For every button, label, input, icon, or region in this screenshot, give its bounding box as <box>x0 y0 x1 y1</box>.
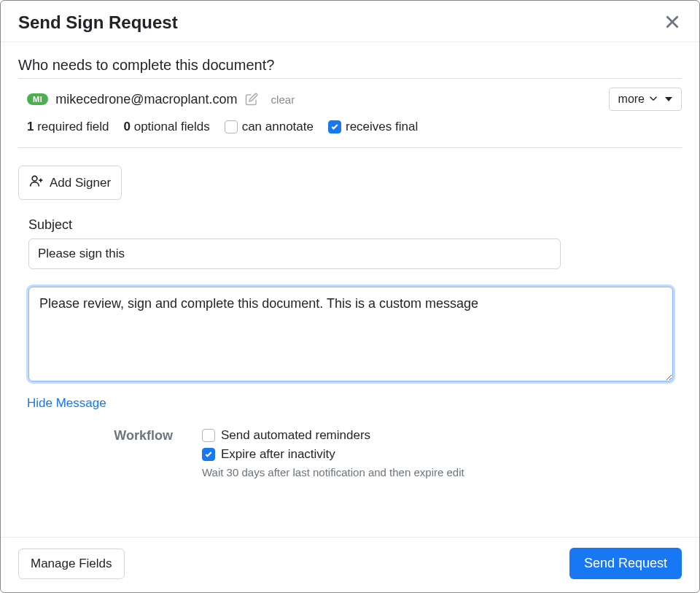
workflow-label: Workflow <box>27 428 173 443</box>
checkbox-unchecked-icon <box>202 429 215 442</box>
modal-footer: Manage Fields Send Request <box>1 537 699 592</box>
svg-point-0 <box>32 176 37 181</box>
reminders-checkbox[interactable]: Send automated reminders <box>202 428 464 443</box>
optional-count: 0 <box>123 120 130 133</box>
more-button[interactable]: more <box>609 88 682 111</box>
send-request-button[interactable]: Send Request <box>569 548 682 579</box>
message-textarea[interactable] <box>28 287 673 381</box>
modal-title: Send Sign Request <box>18 12 178 33</box>
recipients-heading: Who needs to complete this document? <box>18 57 682 79</box>
add-signer-button[interactable]: Add Signer <box>18 166 122 200</box>
workflow-options: Send automated reminders Expire after in… <box>202 428 464 478</box>
hide-message-link[interactable]: Hide Message <box>27 396 106 411</box>
add-signer-label: Add Signer <box>50 176 111 190</box>
more-button-label: more <box>618 93 645 106</box>
can-annotate-label: can annotate <box>242 120 314 134</box>
optional-fields: 0 optional fields <box>123 120 209 134</box>
receives-final-checkbox[interactable]: receives final <box>328 120 418 134</box>
person-add-icon <box>29 174 44 192</box>
subject-label: Subject <box>28 217 682 233</box>
close-icon <box>666 12 679 32</box>
required-count: 1 <box>27 120 34 133</box>
chevron-down-icon <box>649 93 658 106</box>
signer-row: MI mikecedrone@macroplant.com clear more <box>18 79 682 117</box>
subject-input[interactable] <box>28 239 561 269</box>
close-button[interactable] <box>663 12 682 33</box>
required-label: required field <box>37 120 109 133</box>
reminders-label: Send automated reminders <box>221 428 370 443</box>
caret-down-icon <box>665 93 672 106</box>
can-annotate-checkbox[interactable]: can annotate <box>225 120 314 134</box>
receives-final-label: receives final <box>346 120 418 134</box>
manage-fields-button[interactable]: Manage Fields <box>18 549 125 579</box>
checkbox-checked-icon <box>202 448 215 461</box>
expire-note: Wait 30 days after last notification and… <box>202 466 464 478</box>
subject-block: Subject <box>18 217 682 269</box>
modal-body: Who needs to complete this document? MI … <box>1 42 699 537</box>
required-fields: 1 required field <box>27 120 109 134</box>
signer-email: mikecedrone@macroplant.com <box>55 92 237 107</box>
checkbox-checked-icon <box>328 120 341 133</box>
send-sign-request-modal: Send Sign Request Who needs to complete … <box>0 0 700 593</box>
expire-checkbox[interactable]: Expire after inactivity <box>202 447 464 462</box>
edit-signer-icon[interactable] <box>245 93 258 106</box>
optional-label: optional fields <box>134 120 210 133</box>
signer-initials-badge: MI <box>27 93 48 105</box>
expire-label: Expire after inactivity <box>221 447 335 462</box>
checkbox-unchecked-icon <box>225 120 238 133</box>
signer-identity: MI mikecedrone@macroplant.com clear <box>27 92 295 107</box>
clear-signer-link[interactable]: clear <box>271 93 295 106</box>
signer-fields-row: 1 required field 0 optional fields can a… <box>18 117 682 148</box>
workflow-section: Workflow Send automated reminders Expire… <box>27 428 682 478</box>
modal-header: Send Sign Request <box>1 1 699 42</box>
